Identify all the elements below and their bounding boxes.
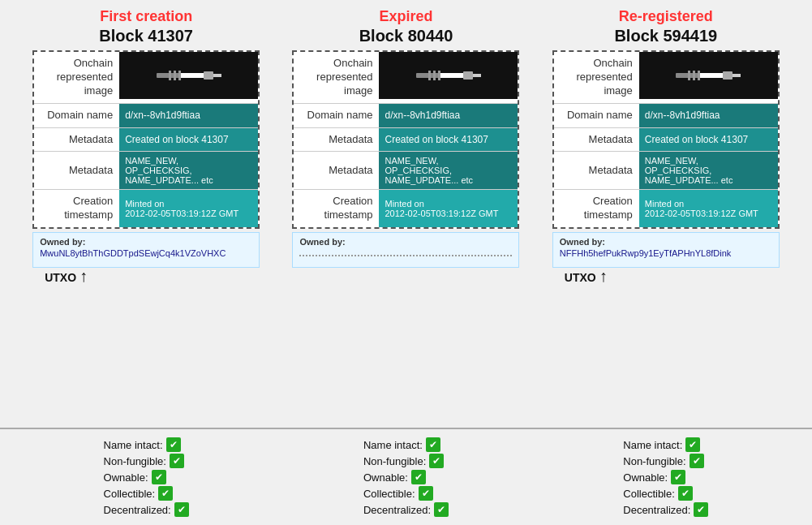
columns-area: First creation Block 41307 Onchain repre…	[0, 0, 812, 428]
checklist-label-collectible-2: Collectible:	[363, 488, 415, 500]
checklist-label-collectible-3: Collectible:	[623, 488, 675, 500]
card-value-meta2-2: NAME_NEW, OP_CHECKSIG, NAME_UPDATE... et…	[379, 152, 518, 189]
checklist-label-decentralized-1: Decentralized:	[104, 504, 171, 516]
block-label-expired: Block 80440	[359, 27, 453, 45]
card-label-meta2-2: Metadata	[294, 152, 379, 189]
card-row-meta1-3: Metadata Created on block 41307	[554, 128, 778, 153]
check-icon-2-1: ✔	[426, 437, 440, 452]
card-value-meta2-1: NAME_NEW, OP_CHECKSIG, NAME_UPDATE... et…	[119, 152, 258, 189]
checklist-label-name-intact-2: Name intact:	[363, 439, 423, 451]
svg-rect-10	[473, 74, 481, 77]
card-row-ts-2: Creation timestamp Minted on 2012-02-05T…	[294, 190, 518, 227]
checklist-label-ownable-2: Ownable:	[363, 471, 408, 484]
card-label-ts-2: Creation timestamp	[294, 190, 379, 227]
card-value-image-2	[379, 52, 518, 99]
block-label-first: Block 41307	[99, 27, 193, 45]
checklist-label-name-intact-1: Name intact:	[104, 439, 163, 451]
checklist-label-name-intact-3: Name intact:	[623, 439, 682, 451]
card-value-image-3	[639, 52, 778, 99]
checklist-item-3-4: Collectible: ✔	[623, 486, 708, 501]
dotted-line-2	[299, 255, 512, 256]
card-label-meta1-1: Metadata	[34, 128, 119, 152]
checklist-label-non-fungible-1: Non-fungible:	[104, 455, 166, 467]
owned-address-1: MwuNL8ytBhThGDDTpdSEwjCq4k1VZoVHXC	[40, 248, 252, 258]
checklist-label-decentralized-3: Decentralized:	[623, 504, 690, 516]
checklist-item-3-3: Ownable: ✔	[623, 470, 708, 484]
card-value-meta1-1: Created on block 41307	[119, 128, 258, 152]
column-first-creation: First creation Block 41307 Onchain repre…	[24, 8, 268, 424]
check-icon-2-4: ✔	[419, 486, 433, 501]
checklist-item-2-1: Name intact: ✔	[363, 437, 449, 452]
svg-rect-18	[688, 71, 690, 80]
svg-rect-20	[698, 71, 700, 80]
card-row-image-1: Onchain represented image	[34, 52, 258, 104]
block-label-rereg: Block 594419	[614, 27, 717, 45]
column-title-rereg: Re-registered	[619, 8, 713, 25]
card-value-meta1-3: Created on block 41307	[639, 128, 778, 152]
check-icon-2-2: ✔	[429, 454, 444, 468]
check-icon-1-4: ✔	[158, 486, 173, 501]
checklist-1: Name intact: ✔ Non-fungible: ✔ Ownable: …	[104, 437, 189, 517]
column-re-registered: Re-registered Block 594419 Onchain repre…	[544, 8, 788, 424]
check-icon-3-4: ✔	[678, 486, 693, 501]
column-expired: Expired Block 80440 Onchain represented …	[284, 8, 527, 424]
owned-label-2: Owned by:	[299, 237, 512, 247]
card-label-domain-2: Domain name	[294, 104, 379, 127]
checklist-item-1-3: Ownable: ✔	[104, 470, 189, 484]
card-row-meta2-3: Metadata NAME_NEW, OP_CHECKSIG, NAME_UPD…	[554, 152, 778, 190]
checklist-item-2-5: Decentralized: ✔	[363, 502, 449, 517]
checklist-label-decentralized-2: Decentralized:	[363, 504, 431, 516]
check-icon-3-1: ✔	[685, 437, 700, 452]
svg-rect-17	[733, 74, 741, 77]
svg-rect-14	[696, 73, 724, 78]
checklist-2: Name intact: ✔ Non-fungible: ✔ Ownable: …	[363, 437, 449, 517]
owned-box-3: Owned by: NFFHh5hefPukRwp9y1EyTfAPHnYL8f…	[552, 232, 780, 268]
svg-rect-13	[438, 71, 440, 80]
owned-label-3: Owned by:	[560, 237, 772, 247]
check-icon-1-3: ✔	[152, 470, 166, 484]
utxo-row-3: UTXO ↑	[552, 268, 780, 284]
card-label-image-3: Onchain represented image	[554, 52, 639, 103]
svg-rect-9	[463, 71, 473, 80]
svg-rect-3	[213, 74, 221, 77]
bottom-section: Name intact: ✔ Non-fungible: ✔ Ownable: …	[0, 428, 812, 525]
checklist-item-1-2: Non-fungible: ✔	[104, 454, 189, 468]
checklist-item-1-4: Collectible: ✔	[104, 486, 189, 501]
card-label-image-2: Onchain represented image	[294, 52, 379, 103]
svg-rect-7	[436, 73, 465, 78]
owned-box-1: Owned by: MwuNL8ytBhThGDDTpdSEwjCq4k1VZo…	[32, 232, 260, 268]
check-icon-3-3: ✔	[671, 470, 685, 484]
svg-rect-12	[433, 71, 436, 80]
checklist-item-3-1: Name intact: ✔	[623, 437, 708, 452]
checklist-label-non-fungible-3: Non-fungible:	[623, 455, 685, 467]
check-icon-1-5: ✔	[174, 502, 189, 517]
card-value-domain-2: d/xn--8vh1d9ftiaa	[379, 104, 518, 127]
card-label-meta2-3: Metadata	[554, 152, 639, 189]
checklist-item-2-2: Non-fungible: ✔	[363, 454, 449, 468]
svg-rect-0	[177, 73, 205, 78]
check-icon-2-3: ✔	[411, 470, 426, 484]
check-icon-3-2: ✔	[690, 454, 704, 468]
owned-label-1: Owned by:	[40, 237, 252, 247]
card-label-meta2-1: Metadata	[34, 152, 119, 189]
check-icon-2-5: ✔	[434, 502, 449, 517]
card-value-domain-1: d/xn--8vh1d9ftiaa	[119, 104, 258, 127]
checklist-item-1-1: Name intact: ✔	[104, 437, 189, 452]
svg-rect-16	[723, 71, 733, 80]
card-label-meta1-3: Metadata	[554, 128, 639, 152]
card-row-ts-3: Creation timestamp Minted on 2012-02-05T…	[554, 190, 778, 227]
main-container: First creation Block 41307 Onchain repre…	[0, 0, 812, 525]
card-row-domain-3: Domain name d/xn--8vh1d9ftiaa	[554, 104, 778, 128]
card-label-meta1-2: Metadata	[294, 128, 379, 152]
check-icon-1-1: ✔	[166, 437, 181, 452]
card-value-image-1	[119, 52, 258, 99]
card-first: Onchain represented image	[32, 50, 260, 229]
card-value-domain-3: d/xn--8vh1d9ftiaa	[639, 104, 778, 127]
owned-address-3: NFFHh5hefPukRwp9y1EyTfAPHnYL8fDink	[560, 248, 772, 258]
card-row-meta1-1: Metadata Created on block 41307	[34, 128, 258, 153]
checklist-label-ownable-1: Ownable:	[104, 471, 148, 484]
checklist-item-3-5: Decentralized: ✔	[623, 502, 708, 517]
card-expired: Onchain represented image	[292, 50, 519, 229]
card-label-image-1: Onchain represented image	[34, 52, 119, 103]
card-label-domain-1: Domain name	[34, 104, 119, 127]
